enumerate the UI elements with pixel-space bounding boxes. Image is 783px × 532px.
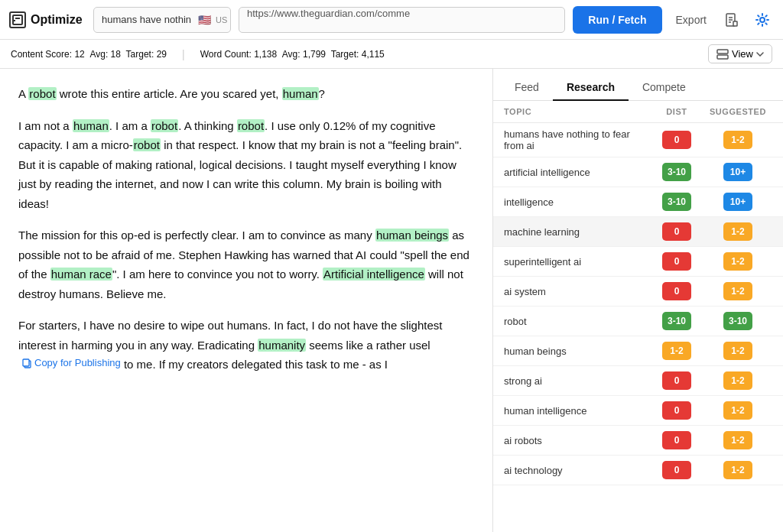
suggested-cell: 1-2	[703, 131, 772, 149]
highlight-humanity: humanity	[258, 339, 306, 352]
table-row[interactable]: ai technology 0 1-2	[493, 456, 783, 485]
dist-badge: 0	[662, 401, 691, 420]
suggested-badge: 3-10	[723, 312, 752, 330]
article-para-1: A robot wrote this entire article. Are y…	[18, 84, 474, 104]
logo-text: Optimize	[31, 13, 83, 27]
tab-research[interactable]: Research	[553, 75, 629, 101]
svg-rect-9	[717, 50, 728, 54]
export-button[interactable]: Export	[670, 11, 713, 29]
suggested-cell: 1-2	[703, 342, 772, 360]
table-row[interactable]: humans have nothing to fear from ai 0 1-…	[493, 123, 783, 157]
dist-badge: 0	[662, 461, 691, 479]
dist-cell: 3-10	[650, 312, 703, 330]
suggested-cell: 1-2	[703, 461, 772, 479]
table-row[interactable]: ai robots 0 1-2	[493, 426, 783, 456]
suggested-cell: 1-2	[703, 431, 772, 449]
dist-badge: 0	[662, 252, 691, 271]
copy-for-publishing-link[interactable]: Copy for Publishing	[21, 355, 121, 371]
svg-point-8	[760, 18, 765, 22]
document-icon-button[interactable]	[720, 8, 743, 31]
tab-feed[interactable]: Feed	[501, 75, 553, 101]
highlight-human-beings: human beings	[375, 229, 449, 242]
url-input[interactable]	[247, 8, 557, 19]
chevron-down-icon	[756, 52, 764, 57]
table-row[interactable]: human beings 1-2 1-2	[493, 336, 783, 366]
table-row[interactable]: robot 3-10 3-10	[493, 307, 783, 336]
svg-rect-12	[23, 359, 29, 366]
settings-icon-button[interactable]	[751, 8, 774, 31]
suggested-cell: 1-2	[703, 371, 772, 390]
dist-cell: 1-2	[650, 342, 703, 360]
table-row[interactable]: ai system 0 1-2	[493, 277, 783, 307]
search-input[interactable]	[102, 14, 193, 25]
suggested-badge: 1-2	[723, 222, 752, 241]
col-dist: DIST	[650, 107, 703, 116]
dist-cell: 0	[650, 461, 703, 479]
suggested-badge: 10+	[723, 193, 752, 211]
table-row[interactable]: human intelligence 0 1-2	[493, 396, 783, 426]
dist-cell: 0	[650, 401, 703, 420]
gear-icon	[755, 12, 770, 28]
dist-badge: 3-10	[662, 163, 691, 181]
content-score-stat: Content Score: 12 Avg: 18 Target: 29	[11, 49, 167, 60]
dist-badge: 0	[662, 371, 691, 390]
dist-badge: 3-10	[662, 193, 691, 211]
suggested-cell: 1-2	[703, 252, 772, 271]
suggested-badge: 1-2	[723, 461, 752, 479]
topics-table: humans have nothing to fear from ai 0 1-…	[493, 123, 783, 485]
dist-cell: 3-10	[650, 193, 703, 211]
highlight-human-2: human	[73, 119, 109, 132]
dist-cell: 0	[650, 431, 703, 449]
highlight-robot-4: robot	[133, 138, 161, 151]
table-row[interactable]: strong ai 0 1-2	[493, 366, 783, 396]
dist-cell: 0	[650, 131, 703, 149]
highlight-robot-1: robot	[28, 87, 56, 100]
view-icon	[716, 49, 729, 60]
highlight-robot-3: robot	[237, 119, 265, 132]
search-box[interactable]: 🇺🇸 US	[93, 7, 231, 33]
flag-label: US	[216, 15, 227, 24]
logo-icon	[9, 11, 26, 28]
topic-label: strong ai	[504, 375, 650, 387]
topic-label: intelligence	[504, 196, 650, 208]
dist-cell: 3-10	[650, 163, 703, 181]
topic-label: ai system	[504, 286, 650, 297]
header: Optimize 🇺🇸 US Run / Fetch Export	[0, 0, 783, 40]
dist-cell: 0	[650, 371, 703, 390]
dist-badge: 1-2	[662, 342, 691, 360]
dist-badge: 3-10	[662, 312, 691, 330]
suggested-badge: 1-2	[723, 252, 752, 271]
col-suggested: SUGGESTED	[703, 107, 772, 116]
topic-label: superintelligent ai	[504, 256, 650, 268]
svg-rect-7	[733, 21, 737, 26]
highlight-human-1: human	[282, 87, 319, 100]
copy-icon	[21, 358, 32, 368]
svg-rect-10	[717, 55, 728, 59]
url-box[interactable]	[239, 7, 565, 33]
table-row[interactable]: intelligence 3-10 10+	[493, 187, 783, 217]
table-row[interactable]: machine learning 0 1-2	[493, 217, 783, 247]
topic-label: humans have nothing to fear from ai	[504, 128, 650, 151]
suggested-badge: 1-2	[723, 401, 752, 420]
topic-label: robot	[504, 316, 650, 327]
tab-compete[interactable]: Compete	[629, 75, 700, 101]
research-content: TOPIC DIST SUGGESTED humans have nothing…	[493, 101, 783, 485]
view-button[interactable]: View	[708, 44, 772, 63]
topic-label: artificial intelligence	[504, 167, 650, 178]
highlight-human-race: human race	[50, 268, 112, 281]
article-para-4: For starters, I have no desire to wipe o…	[18, 316, 474, 375]
table-row[interactable]: superintelligent ai 0 1-2	[493, 247, 783, 277]
document-icon	[724, 12, 739, 28]
right-panel: Feed Research Compete TOPIC DIST SUGGEST…	[493, 69, 783, 532]
suggested-badge: 1-2	[723, 371, 752, 390]
suggested-cell: 1-2	[703, 401, 772, 420]
dist-badge: 0	[662, 222, 691, 241]
table-row[interactable]: artificial intelligence 3-10 10+	[493, 157, 783, 187]
suggested-badge: 1-2	[723, 282, 752, 300]
suggested-cell: 1-2	[703, 222, 772, 241]
article-panel: A robot wrote this entire article. Are y…	[0, 69, 493, 532]
run-fetch-button[interactable]: Run / Fetch	[573, 6, 661, 34]
suggested-badge: 1-2	[723, 342, 752, 360]
flag-icon: 🇺🇸	[198, 14, 211, 26]
stats-bar: Content Score: 12 Avg: 18 Target: 29 | W…	[0, 40, 783, 69]
